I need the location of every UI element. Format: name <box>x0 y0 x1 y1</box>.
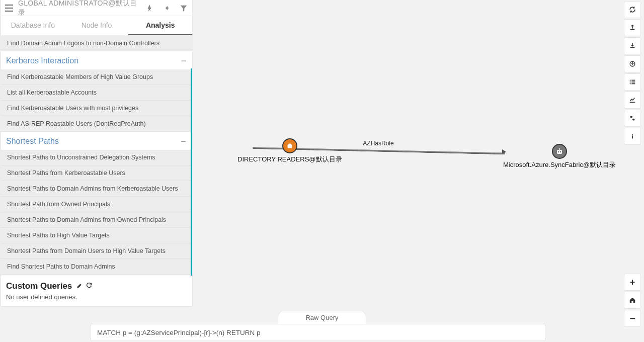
graph-node-source[interactable]: DIRECTORY READERS@默认目录 <box>237 138 342 164</box>
list-item[interactable]: List all Kerberoastable Accounts <box>1 85 192 101</box>
raw-query-input[interactable]: MATCH p = (g:AZServicePrincipal)-[r]->(n… <box>91 324 545 341</box>
list-item[interactable]: Shortest Paths to Unconstrained Delegati… <box>1 150 192 165</box>
section-kerberos-interaction[interactable]: Kerberos Interaction − <box>1 51 192 69</box>
node-label: Microsoft.Azure.SyncFabric@默认目录 <box>503 160 616 169</box>
raw-query-tab[interactable]: Raw Query <box>278 311 366 324</box>
section-shortest-paths[interactable]: Shortest Paths − <box>1 132 192 150</box>
tab-node-info[interactable]: Node Info <box>65 16 129 35</box>
section-title: Kerberos Interaction <box>6 56 78 65</box>
list-item[interactable]: Shortest Paths from Kerberoastable Users <box>1 165 192 181</box>
panel-tabs: Database Info Node Info Analysis <box>1 16 192 36</box>
list-item[interactable]: Find AS-REP Roastable Users (DontReqPreA… <box>1 116 192 132</box>
svg-rect-13 <box>557 150 562 154</box>
scrollbar[interactable] <box>191 68 192 276</box>
edge-label: AZHasRole <box>363 140 393 147</box>
list-item[interactable]: Shortest Paths to High Value Targets <box>1 228 192 243</box>
list-item[interactable]: Shortest Paths to Domain Admins from Own… <box>1 212 192 228</box>
list-item[interactable]: Shortest Paths to Domain Admins from Ker… <box>1 181 192 197</box>
left-panel: GLOBAL ADMINISTRATOR@默认目录 Database Info … <box>1 0 192 306</box>
svg-rect-12 <box>288 144 291 145</box>
robot-icon <box>552 144 567 159</box>
graph-node-target[interactable]: Microsoft.Azure.SyncFabric@默认目录 <box>503 144 616 169</box>
svg-point-15 <box>560 151 561 153</box>
section-title: Shortest Paths <box>6 137 59 146</box>
pencil-icon[interactable] <box>76 283 85 290</box>
group-icon <box>282 138 297 153</box>
svg-rect-16 <box>559 148 560 150</box>
menu-icon[interactable] <box>5 5 13 12</box>
list-item[interactable]: Find Kerberoastable Users with most priv… <box>1 101 192 116</box>
node-label: DIRECTORY READERS@默认目录 <box>237 155 342 164</box>
back-icon[interactable] <box>162 4 171 13</box>
filter-icon[interactable] <box>179 4 188 13</box>
tab-analysis[interactable]: Analysis <box>128 16 192 35</box>
list-item[interactable]: Find Kerberoastable Members of High Valu… <box>1 69 192 85</box>
graph-canvas[interactable]: AZHasRole DIRECTORY READERS@默认目录 Microso… <box>193 0 644 342</box>
header-icon-group <box>145 4 188 13</box>
custom-queries-section: Custom Queries No user defined queries. <box>1 276 192 306</box>
list-item[interactable]: Find Shortest Paths to Domain Admins <box>1 259 192 275</box>
tab-database-info[interactable]: Database Info <box>1 16 65 35</box>
minus-icon[interactable]: − <box>181 137 186 146</box>
list-item[interactable]: Shortest Path from Owned Principals <box>1 197 192 212</box>
minus-icon[interactable]: − <box>181 56 186 65</box>
custom-queries-title: Custom Queries <box>6 281 72 291</box>
list-item[interactable]: Shortest Paths from Domain Users to High… <box>1 243 192 259</box>
search-title[interactable]: GLOBAL ADMINISTRATOR@默认目录 <box>18 0 140 17</box>
svg-rect-11 <box>287 144 292 148</box>
list-item[interactable]: Find Domain Admin Logons to non-Domain C… <box>1 36 192 51</box>
refresh-icon[interactable] <box>86 283 92 290</box>
queries-container: Find Domain Admin Logons to non-Domain C… <box>1 36 192 276</box>
panel-header: GLOBAL ADMINISTRATOR@默认目录 <box>1 0 192 16</box>
path-icon[interactable] <box>145 4 154 13</box>
svg-point-14 <box>558 151 559 153</box>
no-user-queries-text: No user defined queries. <box>6 293 187 301</box>
